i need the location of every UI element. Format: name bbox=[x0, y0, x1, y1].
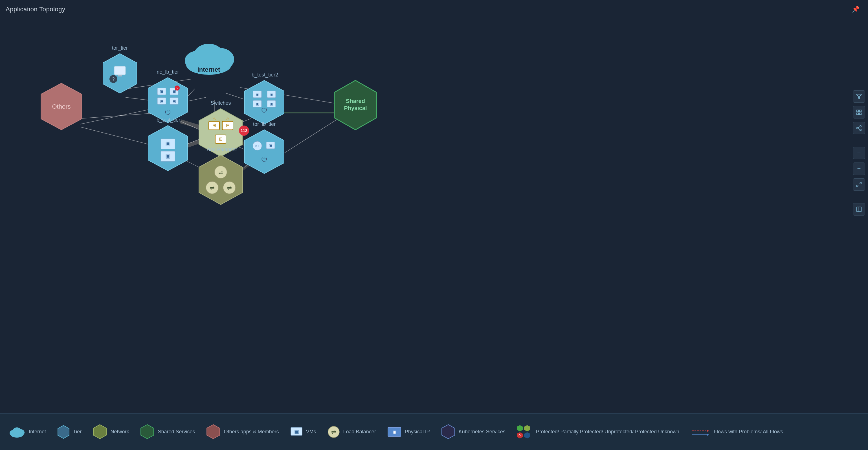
svg-text:🛡: 🛡 bbox=[165, 110, 171, 117]
legend-vms: ▣ VMs bbox=[290, 427, 316, 437]
legend-shared-services: Shared Services bbox=[140, 424, 195, 440]
svg-text:?: ? bbox=[112, 77, 115, 82]
svg-point-6 bbox=[857, 127, 859, 129]
svg-text:⇌: ⇌ bbox=[227, 185, 232, 191]
svg-rect-42 bbox=[118, 75, 122, 77]
svg-line-8 bbox=[858, 128, 860, 129]
svg-text:▣: ▣ bbox=[255, 101, 259, 106]
legend-tier: Tier bbox=[57, 425, 82, 439]
lb-test-tier-label: lb_test_tier bbox=[155, 117, 180, 123]
svg-text:Others: Others bbox=[52, 103, 70, 110]
svg-text:▣: ▣ bbox=[270, 101, 273, 106]
svg-text:⊞: ⊞ bbox=[219, 137, 223, 141]
svg-marker-103 bbox=[93, 425, 106, 439]
load-balancer-label: Load Balancer bbox=[204, 147, 237, 153]
legend-others-apps: Others apps & Members bbox=[206, 424, 279, 440]
svg-text:▣: ▣ bbox=[165, 140, 170, 146]
svg-rect-3 bbox=[857, 113, 859, 115]
svg-text:▣: ▣ bbox=[173, 89, 176, 94]
svg-text:▣: ▣ bbox=[392, 430, 396, 434]
svg-marker-102 bbox=[58, 425, 69, 439]
svg-marker-88 bbox=[199, 155, 243, 205]
legend-kubernetes: Kubernetes Services bbox=[441, 424, 505, 440]
share-topology-button[interactable] bbox=[853, 122, 865, 134]
svg-marker-0 bbox=[857, 94, 862, 99]
legend-protected: ✕ Protected/ Partially Protected/ Unprot… bbox=[517, 425, 679, 439]
tor-tier-label: tor_tier bbox=[112, 45, 128, 51]
pin-icon[interactable]: 📌 bbox=[852, 6, 860, 13]
svg-text:⊞: ⊞ bbox=[226, 123, 229, 128]
svg-text:▣: ▣ bbox=[165, 153, 170, 159]
layout-button[interactable] bbox=[853, 106, 865, 119]
zoom-in-button[interactable]: + bbox=[853, 147, 865, 159]
legend-network: Network bbox=[93, 424, 129, 440]
svg-marker-104 bbox=[141, 425, 154, 439]
svg-point-5 bbox=[860, 125, 862, 127]
lb-test-tier2-node[interactable]: lb_test_tier2 ▣ ▣ 🛡 ▣ ▣ bbox=[243, 72, 285, 125]
right-toolbar: + − bbox=[853, 90, 865, 215]
legend-load-balancer: ⇌ Load Balancer bbox=[328, 426, 376, 438]
svg-text:✕: ✕ bbox=[176, 87, 178, 90]
svg-text:▣: ▣ bbox=[294, 428, 299, 434]
others-node[interactable]: Others bbox=[39, 82, 83, 131]
svg-text:▣: ▣ bbox=[160, 99, 164, 103]
svg-marker-116 bbox=[707, 433, 709, 436]
load-balancer-node[interactable]: Load Balancer ⇌ ⇌ ⇌ bbox=[197, 147, 244, 206]
svg-text:▣: ▣ bbox=[255, 92, 259, 96]
lb-test-tier-node[interactable]: lb_test_tier ▣ 🛡 ▣ bbox=[147, 117, 189, 172]
svg-line-28 bbox=[276, 119, 339, 158]
legend-vms-label: VMs bbox=[306, 429, 316, 435]
legend-physical-ip-label: Physical IP bbox=[405, 429, 430, 435]
tor-tier-node[interactable]: tor_tier ? bbox=[101, 45, 138, 94]
filter-button[interactable] bbox=[853, 90, 865, 103]
svg-text:⇌: ⇌ bbox=[218, 169, 223, 176]
svg-point-101 bbox=[12, 427, 22, 435]
svg-text:🛡: 🛡 bbox=[261, 157, 268, 163]
legend-others-apps-label: Others apps & Members bbox=[224, 429, 279, 435]
shared-physical-node[interactable]: Shared Physical bbox=[333, 79, 378, 131]
svg-marker-105 bbox=[207, 425, 220, 439]
svg-marker-82 bbox=[245, 130, 284, 174]
legend-protected-label: Protected/ Partially Protected/ Unprotec… bbox=[536, 429, 679, 435]
lb-test-tier2-label: lb_test_tier2 bbox=[250, 72, 278, 78]
svg-line-9 bbox=[858, 127, 860, 128]
legend-physical-ip: ▣ Physical IP bbox=[387, 426, 430, 438]
svg-point-37 bbox=[193, 44, 224, 69]
fullscreen-button[interactable] bbox=[853, 178, 865, 191]
legend-kubernetes-label: Kubernetes Services bbox=[459, 429, 505, 435]
svg-rect-4 bbox=[860, 113, 861, 115]
svg-line-10 bbox=[860, 182, 861, 184]
svg-rect-2 bbox=[860, 110, 861, 112]
tor-lb-tier-node[interactable]: tor_lb_tier 3+ ▣ 🛡 bbox=[243, 121, 285, 175]
svg-text:▣: ▣ bbox=[270, 92, 273, 96]
svg-rect-1 bbox=[857, 110, 859, 112]
no-lb-tier-label: no_lb_tier bbox=[157, 69, 179, 75]
svg-text:▣: ▣ bbox=[173, 99, 176, 103]
svg-text:🛡: 🛡 bbox=[261, 107, 268, 114]
svg-text:▣: ▣ bbox=[269, 143, 273, 148]
legend-load-balancer-label: Load Balancer bbox=[343, 429, 376, 435]
legend-internet-label: Internet bbox=[29, 429, 46, 435]
panel-toggle-button[interactable] bbox=[853, 203, 865, 215]
legend-shared-services-label: Shared Services bbox=[158, 429, 195, 435]
svg-point-7 bbox=[860, 129, 862, 131]
svg-marker-114 bbox=[707, 430, 709, 432]
svg-text:⚠: ⚠ bbox=[212, 117, 216, 121]
internet-node[interactable]: Internet bbox=[181, 34, 237, 76]
svg-marker-112 bbox=[442, 425, 455, 439]
legend-bar: Internet Tier Network Shared Services Ot… bbox=[0, 413, 868, 450]
svg-text:⇌: ⇌ bbox=[210, 185, 215, 191]
no-lb-tier-node[interactable]: no_lb_tier ▣ ▣ ✕ ▣ ▣ 🛡 bbox=[147, 69, 189, 124]
legend-internet: Internet bbox=[8, 426, 46, 438]
svg-rect-41 bbox=[114, 66, 126, 75]
legend-tier-label: Tier bbox=[73, 429, 82, 435]
tor-lb-tier-label: tor_lb_tier bbox=[253, 121, 276, 127]
svg-marker-72 bbox=[245, 81, 284, 124]
legend-network-label: Network bbox=[110, 429, 129, 435]
svg-line-20 bbox=[81, 127, 158, 147]
svg-line-19 bbox=[81, 113, 158, 119]
svg-text:Physical: Physical bbox=[344, 105, 367, 111]
page-title: Application Topology bbox=[6, 6, 65, 13]
zoom-out-button[interactable]: − bbox=[853, 162, 865, 175]
legend-flows: Flows with Problems/ All Flows bbox=[690, 426, 783, 438]
